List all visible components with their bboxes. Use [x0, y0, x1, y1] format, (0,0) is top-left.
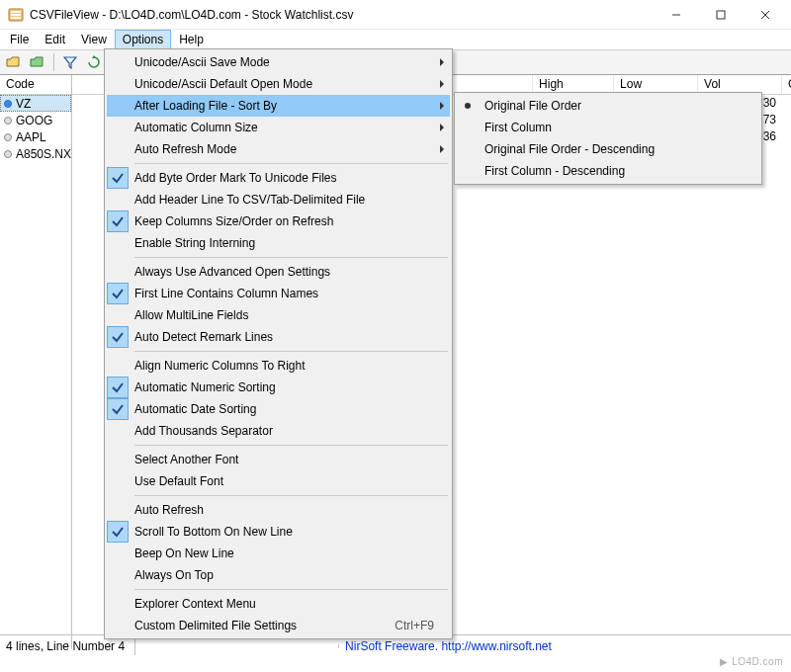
menu-item[interactable]: Auto Detect Remark Lines [107, 326, 450, 348]
titlebar: CSVFileView - D:\LO4D.com\LO4D.com - Sto… [0, 0, 791, 30]
open-icon[interactable] [3, 51, 25, 73]
submenu-arrow-icon [440, 124, 444, 131]
menu-item-label: Original File Order - Descending [484, 142, 759, 156]
close-button[interactable] [743, 1, 787, 29]
code-list[interactable]: VZGOOGAAPLA850S.NX [0, 95, 71, 649]
menu-item-label: Always On Top [134, 568, 450, 582]
refresh-icon[interactable] [83, 51, 105, 73]
check-icon [107, 521, 129, 543]
check-icon [107, 210, 129, 232]
menu-item[interactable]: Auto Refresh Mode [107, 138, 450, 160]
menu-help[interactable]: Help [171, 30, 212, 49]
menu-file[interactable]: File [2, 30, 37, 49]
menu-item[interactable]: After Loading File - Sort By [107, 95, 450, 117]
cell-chg: -27.719 [782, 112, 791, 128]
menu-item[interactable]: Explorer Context Menu [107, 593, 450, 615]
menu-view[interactable]: View [73, 30, 115, 49]
menu-item[interactable]: Auto Refresh [107, 499, 450, 521]
submenu-arrow-icon [440, 145, 444, 153]
maximize-button[interactable] [698, 1, 743, 29]
menu-item[interactable]: Original File Order - Descending [457, 138, 759, 160]
menu-item-label: Align Numeric Columns To Right [134, 359, 450, 373]
menu-separator [134, 495, 448, 496]
menu-item-label: Use Default Font [134, 474, 450, 488]
code-row[interactable]: GOOG [0, 112, 71, 128]
menu-item[interactable]: Beep On New Line [107, 543, 450, 564]
code-row[interactable]: VZ [0, 95, 71, 112]
menu-item-label: Beep On New Line [134, 546, 450, 560]
menu-item[interactable]: First Line Contains Column Names [107, 283, 450, 304]
bullet-icon [4, 133, 12, 141]
radio-icon [457, 160, 479, 182]
check-icon [107, 73, 129, 95]
check-icon [107, 543, 129, 564]
menu-item[interactable]: First Column - Descending [457, 160, 759, 182]
check-icon [107, 138, 129, 160]
menu-item[interactable]: First Column [457, 117, 759, 138]
code-row[interactable]: AAPL [0, 128, 71, 145]
menu-item[interactable]: Automatic Column Size [107, 117, 450, 138]
check-icon [107, 117, 129, 138]
menu-item-label: First Column - Descending [484, 164, 759, 178]
menu-item[interactable]: Always On Top [107, 564, 450, 586]
menu-item[interactable]: Add Header Line To CSV/Tab-Delimited Fil… [107, 189, 450, 210]
menu-item-label: Auto Detect Remark Lines [134, 330, 450, 344]
check-icon [107, 261, 129, 283]
menu-item-label: Automatic Column Size [134, 121, 450, 134]
code-label: A850S.NX [16, 147, 71, 161]
check-icon [107, 420, 129, 442]
check-icon [107, 355, 129, 377]
menu-item[interactable]: Automatic Numeric Sorting [107, 377, 450, 398]
menu-item[interactable]: Keep Columns Size/Order on Refresh [107, 210, 450, 232]
code-row[interactable]: A850S.NX [0, 145, 71, 162]
menu-item-label: Auto Refresh [134, 503, 450, 517]
menubar: File Edit View Options Help [0, 30, 791, 49]
menu-item-label: Add Header Line To CSV/Tab-Delimited Fil… [134, 193, 450, 207]
minimize-button[interactable] [654, 1, 698, 29]
menu-item-label: Explorer Context Menu [134, 597, 450, 611]
menu-item-label: Automatic Date Sorting [134, 402, 450, 416]
code-column-header[interactable]: Code [0, 75, 71, 95]
radio-icon [457, 138, 479, 160]
menu-separator [134, 257, 448, 258]
menu-options[interactable]: Options [115, 30, 171, 49]
menu-item[interactable]: Add Byte Order Mark To Unicode Files [107, 167, 450, 189]
menu-item[interactable]: Add Thousands Separator [107, 420, 450, 442]
menu-item[interactable]: Align Numeric Columns To Right [107, 355, 450, 377]
menu-item-label: After Loading File - Sort By [134, 99, 450, 113]
filter-icon[interactable] [59, 51, 81, 73]
menu-item[interactable]: Unicode/Ascii Default Open Mode [107, 73, 450, 95]
status-lines: 4 lines, Line Number 4 [4, 637, 135, 655]
check-icon [107, 470, 129, 492]
col-chg[interactable]: Chg [782, 75, 791, 94]
status-link[interactable]: NirSoft Freeware. http://www.nirsoft.net [345, 639, 552, 653]
menu-separator [134, 351, 448, 352]
menu-item[interactable]: Scroll To Bottom On New Line [107, 521, 450, 543]
menu-item[interactable]: Unicode/Ascii Save Mode [107, 51, 450, 73]
check-icon [107, 377, 129, 398]
check-icon [107, 283, 129, 304]
menu-item[interactable]: Custom Delimited File SettingsCtrl+F9 [107, 615, 450, 636]
menu-item[interactable]: Enable String Interning [107, 232, 450, 254]
cell-chg: -5.1699 [782, 128, 791, 145]
open-green-icon[interactable] [27, 51, 48, 73]
bullet-icon [4, 100, 12, 108]
menu-item-label: Unicode/Ascii Save Mode [134, 55, 450, 69]
svg-rect-1 [11, 11, 21, 13]
menu-edit[interactable]: Edit [37, 30, 73, 49]
options-menu: Unicode/Ascii Save ModeUnicode/Ascii Def… [104, 48, 453, 639]
menu-separator [134, 589, 448, 590]
svg-rect-3 [11, 17, 21, 19]
menu-item[interactable]: Automatic Date Sorting [107, 398, 450, 420]
menu-item[interactable]: Original File Order [457, 95, 759, 117]
bullet-icon [4, 150, 12, 158]
menu-item[interactable]: Select Another Font [107, 449, 450, 470]
check-icon [107, 326, 129, 348]
menu-item[interactable]: Allow MultiLine Fields [107, 304, 450, 326]
check-icon [107, 232, 129, 254]
check-icon [107, 449, 129, 470]
svg-rect-2 [11, 14, 21, 16]
menu-item[interactable]: Use Default Font [107, 470, 450, 492]
menu-accel: Ctrl+F9 [395, 619, 450, 632]
menu-item[interactable]: Always Use Advanced Open Settings [107, 261, 450, 283]
